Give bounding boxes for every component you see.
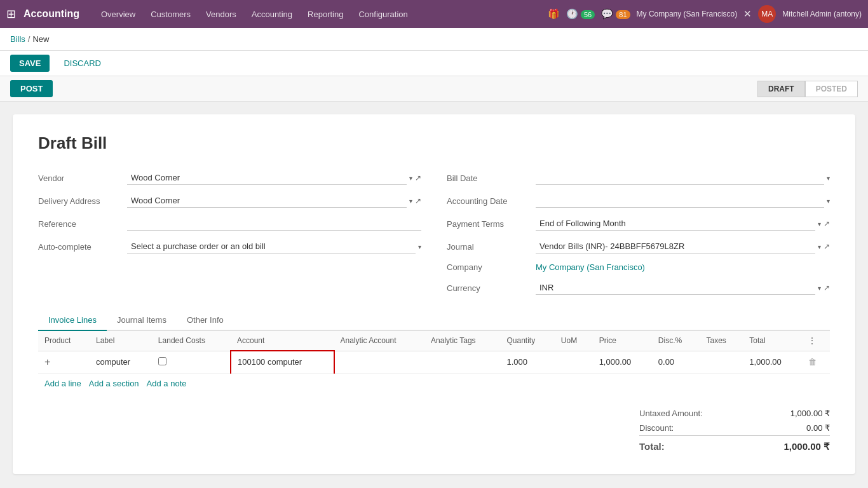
col-product: Product: [38, 331, 90, 351]
form-left: Vendor Wood Corner ▾ ↗ Delivery Address: [38, 168, 421, 297]
reference-field: [127, 217, 421, 231]
journal-field: Vendor Bills (INR)- 24BBBFF5679L8ZR ▾ ↗: [536, 240, 830, 254]
avatar: MA: [758, 5, 776, 23]
menu-configuration[interactable]: Configuration: [352, 6, 414, 23]
cell-quantity[interactable]: 1.000: [500, 351, 554, 373]
user-menu[interactable]: Mitchell Admin (antony): [782, 10, 862, 18]
status-posted[interactable]: POSTED: [805, 81, 858, 97]
brand-name: Accounting: [24, 8, 79, 20]
reference-label: Reference: [38, 219, 127, 229]
status-draft[interactable]: DRAFT: [757, 81, 805, 97]
col-label: Label: [90, 331, 152, 351]
total-label: Total:: [639, 441, 665, 452]
journal-dropdown-arrow: ▾: [818, 243, 821, 250]
cell-product: +: [38, 351, 90, 373]
company-selector[interactable]: My Company (San Francisco): [637, 10, 738, 18]
breadcrumb-parent[interactable]: Bills: [10, 34, 25, 44]
vendor-row: Vendor Wood Corner ▾ ↗: [38, 168, 421, 187]
accounting-date-dropdown-arrow: ▾: [827, 198, 830, 205]
company-field: My Company (San Francisco): [536, 262, 830, 272]
bill-date-input[interactable]: 03/20/2020: [536, 171, 824, 185]
delivery-address-label: Delivery Address: [38, 196, 127, 206]
cell-landed-costs: [152, 351, 231, 373]
journal-external-link-icon[interactable]: ↗: [824, 242, 830, 251]
tab-journal-items[interactable]: Journal Items: [107, 310, 177, 331]
status-bar: POST DRAFT POSTED: [0, 76, 868, 102]
delivery-address-row: Delivery Address Wood Corner ▾ ↗: [38, 191, 421, 210]
menu-overview[interactable]: Overview: [95, 6, 142, 23]
totals-section: Untaxed Amount: 1,000.00 ₹ Discount: 0.0…: [38, 393, 830, 455]
cell-delete: 🗑: [802, 351, 830, 373]
payment-terms-field: End of Following Month ▾ ↗: [536, 217, 830, 231]
breadcrumb: Bills / New: [0, 28, 868, 51]
col-landed-costs: Landed Costs: [152, 331, 231, 351]
cell-price[interactable]: 1,000.00: [593, 351, 652, 373]
vendor-dropdown-arrow: ▾: [409, 175, 412, 182]
cell-uom[interactable]: [555, 351, 593, 373]
totals-table: Untaxed Amount: 1,000.00 ₹ Discount: 0.0…: [639, 406, 830, 455]
menu-customers[interactable]: Customers: [144, 6, 197, 23]
tab-other-info[interactable]: Other Info: [177, 310, 234, 331]
reference-input[interactable]: [127, 217, 421, 231]
accounting-date-input[interactable]: 03/20/2020: [536, 194, 824, 208]
action-bar: SAVE DISCARD: [0, 51, 868, 76]
col-total: Total: [743, 331, 802, 351]
payment-terms-row: Payment Terms End of Following Month ▾ ↗: [447, 214, 830, 233]
chat-icon[interactable]: 💬 81: [601, 8, 630, 20]
add-note-link[interactable]: Add a note: [147, 379, 187, 388]
col-analytic-account: Analytic Account: [334, 331, 425, 351]
payment-terms-select[interactable]: End of Following Month: [536, 217, 815, 231]
landed-costs-checkbox[interactable]: [158, 357, 166, 365]
grid-icon[interactable]: ⊞: [6, 7, 16, 21]
document-card: Draft Bill Vendor Wood Corner ▾ ↗: [13, 114, 855, 474]
delivery-address-select[interactable]: Wood Corner: [127, 194, 407, 208]
menu-accounting[interactable]: Accounting: [245, 6, 299, 23]
add-row-icon[interactable]: +: [44, 356, 50, 367]
cell-disc[interactable]: 0.00: [652, 351, 700, 373]
clock-badge: 56: [581, 10, 595, 19]
company-value[interactable]: My Company (San Francisco): [536, 262, 645, 272]
vendor-select[interactable]: Wood Corner: [127, 171, 407, 185]
accounting-date-row: Accounting Date 03/20/2020 ▾: [447, 191, 830, 210]
discard-button[interactable]: DISCARD: [55, 55, 110, 72]
chat-badge: 81: [616, 10, 630, 19]
close-icon[interactable]: ✕: [743, 8, 752, 20]
total-value: 1,000.00 ₹: [783, 441, 830, 452]
table-row: + computer 100100 computer 1.000 1,000.0…: [38, 351, 830, 373]
payment-terms-external-link-icon[interactable]: ↗: [824, 219, 830, 228]
delivery-external-link-icon[interactable]: ↗: [415, 196, 421, 205]
menu-reporting[interactable]: Reporting: [301, 6, 349, 23]
breadcrumb-current: New: [32, 34, 49, 44]
cell-analytic-account[interactable]: [334, 351, 425, 373]
vendor-label: Vendor: [38, 173, 127, 183]
journal-select[interactable]: Vendor Bills (INR)- 24BBBFF5679L8ZR: [536, 240, 815, 254]
currency-row: Currency INR ▾ ↗: [447, 278, 830, 297]
menu-vendors[interactable]: Vendors: [200, 6, 243, 23]
col-quantity: Quantity: [500, 331, 554, 351]
cell-account[interactable]: 100100 computer: [231, 351, 334, 373]
add-line-link[interactable]: Add a line: [44, 379, 81, 388]
form-fields: Vendor Wood Corner ▾ ↗ Delivery Address: [38, 168, 830, 297]
currency-select[interactable]: INR: [536, 281, 815, 295]
accounting-date-label: Accounting Date: [447, 196, 536, 206]
add-section-link[interactable]: Add a section: [89, 379, 139, 388]
vendor-external-link-icon[interactable]: ↗: [415, 173, 421, 182]
currency-external-link-icon[interactable]: ↗: [824, 283, 830, 292]
discount-value: 0.00 ₹: [806, 423, 830, 433]
gift-icon[interactable]: 🎁: [548, 8, 560, 20]
bill-date-field: 03/20/2020 ▾: [536, 171, 830, 185]
tab-invoice-lines[interactable]: Invoice Lines: [38, 310, 107, 331]
main-content: Draft Bill Vendor Wood Corner ▾ ↗: [0, 102, 868, 487]
col-disc: Disc.%: [652, 331, 700, 351]
delete-row-icon[interactable]: 🗑: [808, 357, 817, 367]
clock-icon[interactable]: 🕐 56: [566, 8, 595, 20]
cell-analytic-tags[interactable]: [424, 351, 500, 373]
cell-label[interactable]: computer: [90, 351, 152, 373]
col-analytic-tags: Analytic Tags: [424, 331, 500, 351]
autocomplete-select[interactable]: Select a purchase order or an old bill: [127, 240, 416, 254]
autocomplete-dropdown-arrow: ▾: [418, 243, 421, 250]
delivery-dropdown-arrow: ▾: [409, 198, 412, 205]
cell-taxes[interactable]: [700, 351, 743, 373]
save-button[interactable]: SAVE: [10, 55, 50, 72]
post-button[interactable]: POST: [10, 80, 53, 97]
